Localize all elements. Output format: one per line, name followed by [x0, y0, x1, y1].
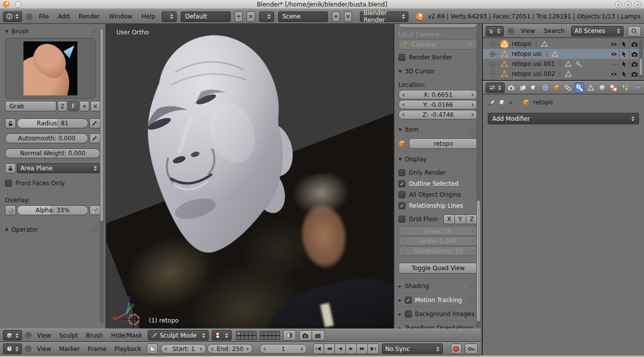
transform-orientations-panel-header[interactable]: ► Transform Orientations: [398, 325, 478, 329]
brush-name-field[interactable]: Grab: [5, 101, 56, 111]
add-scene-button[interactable]: +: [332, 11, 340, 22]
motion-tracking-panel-header[interactable]: ► ✓ Motion Tracking: [398, 297, 478, 304]
scene-icon-button[interactable]: [259, 11, 274, 22]
viewport-shading-select[interactable]: [212, 330, 232, 341]
hide-toggle[interactable]: [609, 49, 619, 59]
brush-users-button[interactable]: 2: [57, 101, 67, 111]
all-origins-checkbox[interactable]: [398, 191, 405, 198]
cursor-panel-header[interactable]: ▼ 3D Cursor: [398, 68, 478, 75]
editor-type-timeline-button[interactable]: [3, 344, 22, 354]
normal-weight-slider[interactable]: Normal Weight: 0.000: [5, 148, 100, 158]
outliner-menu-search[interactable]: Search: [541, 27, 567, 34]
front-faces-only-checkbox[interactable]: [5, 180, 12, 187]
titlebar[interactable]: · Blender* [/home/jenik/blender/busta.bl…: [0, 0, 644, 9]
delete-scene-button[interactable]: ×: [344, 11, 352, 22]
tl-menu-marker[interactable]: Marker: [56, 346, 82, 353]
v3d-menu-hidemask[interactable]: Hide/Mask: [109, 332, 145, 339]
plane-lock-button[interactable]: [5, 163, 16, 173]
shading-panel-header[interactable]: ► Shading: [398, 283, 478, 290]
outliner-row-retopo[interactable]: + retopo |: [483, 39, 644, 49]
selectable-toggle[interactable]: [619, 49, 629, 59]
tab-material[interactable]: [598, 82, 607, 93]
expand-icon[interactable]: +: [490, 51, 495, 57]
item-panel-header[interactable]: ▼ Item: [398, 126, 478, 133]
outliner-scope-select[interactable]: All Scenes: [571, 26, 624, 36]
sync-mode-select[interactable]: No Sync: [382, 344, 443, 354]
pin-icon[interactable]: [489, 99, 496, 106]
jump-to-start-button[interactable]: [313, 344, 324, 354]
grid-subdivisions-field[interactable]: Subdivisions: 10: [398, 246, 478, 256]
tab-texture[interactable]: [609, 82, 619, 93]
delete-layout-button[interactable]: ×: [247, 11, 255, 22]
cursor-y-field[interactable]: Y: -0.0166: [398, 100, 478, 109]
tab-scene[interactable]: [529, 82, 539, 93]
menu-file[interactable]: File: [36, 13, 51, 20]
tl-menu-view[interactable]: View: [34, 346, 53, 353]
brush-preview[interactable]: [5, 38, 96, 99]
scene-icon[interactable]: [499, 99, 506, 105]
cursor-z-field[interactable]: Z: -0.4746: [398, 110, 478, 119]
collapse-menus-button[interactable]: −: [26, 13, 32, 20]
tab-world[interactable]: [541, 82, 550, 93]
radius-pressure-button[interactable]: [89, 118, 100, 128]
grid-scale-field[interactable]: Scale: 1.000: [398, 236, 478, 246]
layers-widget[interactable]: [237, 331, 280, 340]
collapse-menus-button[interactable]: −: [25, 346, 31, 352]
keying-set-button[interactable]: [465, 344, 478, 354]
outliner-row-retopo-usi-001[interactable]: + retopo usi.001 |: [483, 59, 644, 69]
object-name-field[interactable]: retopo: [409, 138, 478, 149]
add-modifier-select[interactable]: Add Modifier: [488, 113, 639, 124]
v3d-menu-view[interactable]: View: [34, 332, 53, 339]
operator-panel-header[interactable]: ▼ Operator: [5, 226, 100, 233]
outliner-row-retopo-usi[interactable]: + retopo usi |: [483, 49, 644, 59]
grid-floor-checkbox[interactable]: [398, 216, 405, 223]
clear-camera-icon[interactable]: ×: [468, 41, 473, 48]
scene-name-field[interactable]: Scene: [278, 11, 328, 22]
brush-panel-header[interactable]: ▼ Brush: [5, 28, 100, 35]
tab-physics[interactable]: [632, 82, 641, 93]
tl-menu-playback[interactable]: Playback: [112, 346, 144, 353]
add-layout-button[interactable]: +: [235, 11, 243, 22]
previous-keyframe-button[interactable]: [324, 344, 335, 354]
sculpt-plane-select[interactable]: Area Plane: [17, 163, 100, 173]
editor-type-3dview-button[interactable]: [3, 330, 22, 341]
render-toggle[interactable]: [629, 69, 639, 79]
outliner-row-retopo-usi-002[interactable]: + retopo usi.002 |: [483, 69, 644, 79]
outliner-scrollbar[interactable]: [639, 39, 643, 79]
background-images-panel-header[interactable]: ► Background Images: [398, 311, 478, 318]
local-camera-field[interactable]: Camera ×: [398, 39, 478, 49]
overlay-paint-button[interactable]: [89, 205, 100, 215]
frame-end-field[interactable]: End: 250: [207, 344, 253, 354]
only-render-checkbox[interactable]: [398, 169, 405, 176]
background-images-checkbox[interactable]: [405, 311, 412, 318]
grid-lines-field[interactable]: Lines: 16: [398, 226, 478, 236]
render-border-checkbox[interactable]: [398, 54, 405, 61]
preview-range-button[interactable]: [147, 344, 158, 354]
collapse-menus-button[interactable]: −: [25, 332, 31, 339]
tab-render[interactable]: [507, 82, 516, 93]
v3d-menu-brush[interactable]: Brush: [83, 332, 106, 339]
jump-to-end-button[interactable]: [368, 344, 379, 354]
display-panel-header[interactable]: ▼ Display: [398, 156, 478, 163]
window-maximize-button[interactable]: ∧: [625, 1, 632, 8]
toggle-quad-view-button[interactable]: Toggle Quad View: [398, 263, 478, 274]
outliner-menu-view[interactable]: View: [518, 27, 537, 34]
radius-slider[interactable]: Radius: 81: [17, 118, 88, 128]
add-brush-button[interactable]: +: [79, 101, 89, 111]
editor-type-outliner-button[interactable]: [486, 26, 504, 36]
window-close-button[interactable]: ×: [634, 1, 641, 8]
outliner-search-button[interactable]: [628, 26, 641, 36]
radius-unified-lock-button[interactable]: [5, 118, 16, 128]
render-toggle[interactable]: [629, 59, 639, 69]
hide-toggle[interactable]: [609, 59, 619, 69]
render-opengl-button[interactable]: [299, 330, 312, 341]
render-engine-select[interactable]: Blender Render: [360, 11, 408, 22]
mode-select[interactable]: Sculpt Mode: [148, 330, 209, 341]
tab-constraints[interactable]: [564, 82, 573, 93]
selectable-toggle[interactable]: [619, 59, 629, 69]
play-reverse-button[interactable]: [335, 344, 346, 354]
tab-particles[interactable]: [621, 82, 630, 93]
expand-icon[interactable]: +: [490, 71, 495, 77]
editor-type-properties-button[interactable]: [486, 82, 505, 93]
render-toggle[interactable]: [629, 49, 639, 59]
